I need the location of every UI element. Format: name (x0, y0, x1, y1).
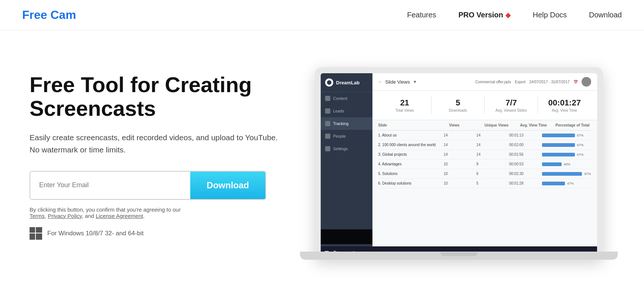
bar-container: 67% (542, 143, 591, 147)
stats-row: 21 Total Views 5 Downloads 7/7 (372, 91, 597, 120)
windows-icon (30, 227, 42, 240)
app-inner: DreamLab Content Leads (321, 73, 597, 246)
percentage-bar (542, 162, 562, 166)
col-unique-views: Unique Views (485, 123, 520, 127)
privacy-policy-link[interactable]: Privacy Policy (48, 213, 82, 219)
laptop-body: DreamLab Content Leads (315, 67, 603, 260)
percentage-bar (542, 143, 575, 147)
app-sidebar: DreamLab Content Leads (321, 73, 372, 246)
laptop-notch (440, 252, 477, 256)
laptop-base (300, 252, 618, 260)
people-icon (325, 134, 330, 139)
left-panel: Free Tool for Creating Screencasts Easil… (30, 73, 281, 240)
col-percentage: Percentage of Total (556, 123, 591, 127)
terms-text: By clicking this button, you confirm tha… (30, 206, 281, 219)
subheadline: Easily create screencasts, edit recorded… (30, 132, 281, 156)
svg-rect-3 (36, 233, 42, 240)
app-header-bar: ← Slide Views ▼ Commercial offer.pptx Ex… (372, 73, 597, 91)
user-avatar (582, 77, 591, 87)
table-row: 4. Advantages 10 9 00:00:53 40% (378, 159, 591, 169)
app-main-area: ← Slide Views ▼ Commercial offer.pptx Ex… (372, 73, 597, 246)
dropdown-arrow-icon: ▼ (413, 80, 417, 84)
sidebar-item-leads[interactable]: Leads (321, 105, 372, 117)
col-slide: Slide (378, 123, 449, 127)
email-input[interactable] (30, 172, 190, 199)
back-arrow-icon: ← (378, 80, 382, 84)
sidebar-item-tracking[interactable]: Tracking (321, 117, 372, 130)
sidebar-item-content[interactable]: Content (321, 92, 372, 105)
table-row: 3. Global projects 14 14 00:01:56 67% (378, 150, 591, 159)
screen-content: DreamLab Content Leads (321, 73, 597, 260)
sidebar-logo-text: DreamLab (336, 80, 360, 85)
svg-rect-1 (36, 227, 42, 233)
download-button[interactable]: Download (190, 172, 265, 199)
settings-icon (325, 146, 330, 151)
table-row: 6. Desktop solutions 10 5 00:01:28 47% (378, 179, 591, 188)
svg-rect-2 (30, 233, 35, 240)
headline: Free Tool for Creating Screencasts (30, 73, 281, 121)
table-row: 5. Solutions 10 6 00:02:30 97% (378, 169, 591, 179)
content-icon (325, 96, 330, 101)
percentage-bar (542, 153, 575, 156)
nav-features[interactable]: Features (407, 11, 436, 19)
laptop-wrapper: DreamLab Content Leads (307, 53, 610, 260)
bar-container: 47% (542, 182, 591, 185)
nav-help-docs[interactable]: Help Docs (533, 11, 567, 19)
header: Free Cam Features PRO Version ◆ Help Doc… (0, 0, 644, 30)
cta-form: Download (30, 171, 266, 200)
bar-container: 97% (542, 172, 591, 176)
table-row: 1. About us 14 14 00:01:13 67% (378, 131, 591, 140)
stat-avg-viewed-slides: 7/7 Avg. Viewed Slides (485, 96, 538, 115)
header-controls: Commercial offer.pptx Export 24/07/2017 … (476, 77, 591, 87)
bar-container: 67% (542, 134, 591, 137)
table-row: 2. 100 000 clients around the world 14 1… (378, 140, 591, 150)
tracking-icon (325, 121, 330, 126)
windows-text: For Windows 10/8/7 32- and 64-bit (47, 230, 144, 237)
export-button[interactable]: Export (515, 80, 526, 84)
sidebar-logo-circle (325, 78, 333, 87)
main-content: Free Tool for Creating Screencasts Easil… (0, 30, 644, 275)
svg-point-4 (327, 80, 331, 85)
leads-icon (325, 108, 330, 114)
sidebar-item-settings[interactable]: Settings (321, 142, 372, 155)
nav-pro-version[interactable]: PRO Version ◆ (459, 11, 511, 19)
bar-container: 67% (542, 153, 591, 156)
svg-rect-0 (30, 227, 35, 233)
logo[interactable]: Free Cam (22, 8, 76, 22)
sidebar-item-people[interactable]: People (321, 130, 372, 142)
diamond-icon: ◆ (505, 11, 511, 19)
slide-views-title: ← Slide Views ▼ (378, 79, 417, 85)
terms-link[interactable]: Terms (30, 213, 45, 219)
percentage-bar (542, 182, 565, 185)
percentage-bar (542, 172, 582, 176)
table-header: Slide Views Unique Views Avg. View Time … (378, 120, 591, 131)
nav-download[interactable]: Download (589, 11, 622, 19)
windows-badge: For Windows 10/8/7 32- and 64-bit (30, 227, 281, 240)
col-avg-time: Avg. View Time (520, 123, 556, 127)
nav: Features PRO Version ◆ Help Docs Downloa… (407, 11, 622, 19)
sidebar-logo-icon (327, 80, 332, 85)
stat-downloads: 5 Downloads (432, 96, 485, 115)
stat-total-views: 21 Total Views (378, 96, 432, 115)
percentage-bar (542, 134, 575, 137)
laptop-screen: DreamLab Content Leads (321, 73, 597, 260)
slide-table: Slide Views Unique Views Avg. View Time … (372, 120, 597, 188)
sidebar-logo: DreamLab (321, 73, 372, 92)
stat-avg-view-time: 00:01:27 Avg. View Time (538, 96, 591, 115)
col-views: Views (449, 123, 485, 127)
bar-container: 40% (542, 162, 591, 166)
license-agreement-link[interactable]: License Agreement (96, 213, 143, 219)
calendar-icon: 📅 (573, 80, 578, 84)
laptop-mockup: DreamLab Content Leads (303, 53, 614, 260)
